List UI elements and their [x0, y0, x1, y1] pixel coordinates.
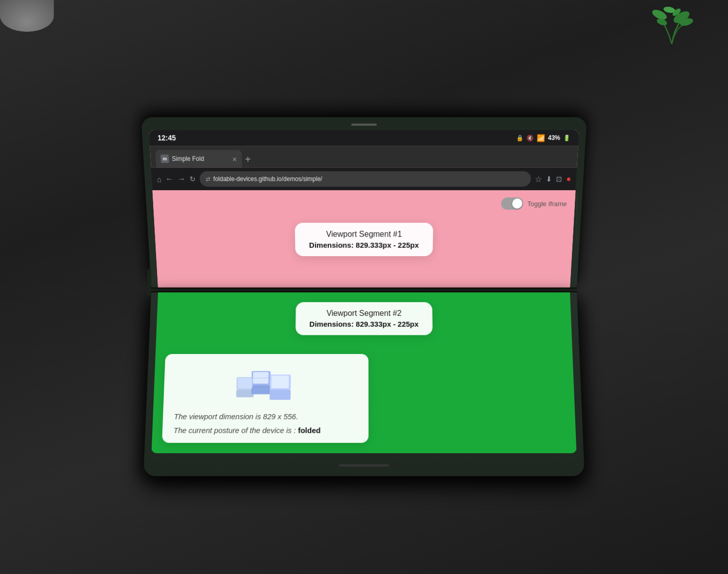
- table-object-left: [0, 0, 54, 32]
- toggle-iframe-label: Toggle Iframe: [527, 199, 567, 207]
- refresh-button[interactable]: ↻: [189, 175, 196, 183]
- download-button[interactable]: ⬇: [546, 175, 552, 183]
- tab-favicon: m: [160, 155, 169, 163]
- battery-icon: 🔋: [563, 134, 570, 141]
- segment2-dims: Dimensions: 829.333px - 225px: [309, 320, 418, 328]
- status-icons: 🔒 🔇 📶 43% 🔋: [516, 133, 570, 141]
- lock-icon: 🔒: [516, 134, 523, 141]
- plant-decoration: [640, 0, 704, 46]
- security-icon: ⇄: [205, 176, 210, 182]
- laptop-illustration: [175, 362, 358, 405]
- battery-text: 43%: [548, 134, 561, 141]
- url-text: foldable-devices.github.io/demos/simple/: [213, 175, 322, 182]
- svg-rect-7: [236, 390, 254, 397]
- drag-handle: [351, 123, 377, 125]
- svg-rect-14: [271, 375, 289, 388]
- segment1-dims: Dimensions: 829.333px - 225px: [309, 241, 419, 249]
- device-info-card: The viewport dimension is 829 x 556. The…: [162, 354, 368, 443]
- lower-screen: Viewport Segment #2 Dimensions: 829.333p…: [152, 292, 577, 453]
- segment1-card: Viewport Segment #1 Dimensions: 829.333p…: [295, 222, 433, 256]
- status-time: 12:45: [158, 133, 176, 142]
- posture-text: The current posture of the device is : f…: [173, 426, 357, 435]
- device-lower-half: Viewport Segment #2 Dimensions: 829.333p…: [143, 292, 585, 476]
- chrome-tab-active[interactable]: m Simple Fold ×: [155, 150, 242, 167]
- toggle-switch[interactable]: [501, 197, 523, 209]
- tab-close-btn[interactable]: ×: [232, 154, 237, 163]
- url-field[interactable]: ⇄ foldable-devices.github.io/demos/simpl…: [199, 171, 531, 187]
- status-bar: 12:45 🔒 🔇 📶 43% 🔋: [149, 130, 579, 145]
- chrome-tab-bar: m Simple Fold × +: [150, 146, 578, 168]
- toggle-knob: [512, 198, 523, 208]
- tab-title: Simple Fold: [172, 155, 229, 162]
- new-tab-button[interactable]: +: [245, 154, 251, 168]
- home-button[interactable]: ⌂: [157, 175, 161, 183]
- device-left-bumper: [147, 269, 151, 296]
- viewport-dimension-text: The viewport dimension is 829 x 556.: [174, 412, 357, 420]
- segment2-card: Viewport Segment #2 Dimensions: 829.333p…: [296, 302, 432, 334]
- device-home-bar: [339, 464, 389, 466]
- forward-button[interactable]: →: [177, 174, 185, 183]
- posture-label: The current posture of the device is :: [173, 426, 296, 435]
- posture-value: folded: [298, 426, 320, 435]
- record-button[interactable]: ●: [566, 174, 571, 183]
- device-right-edge: [576, 193, 578, 242]
- chrome-address-bar: ⌂ ← → ↻ ⇄ foldable-devices.github.io/dem…: [151, 167, 577, 190]
- device-upper-half: 12:45 🔒 🔇 📶 43% 🔋 m Simple Fold ×: [141, 117, 587, 287]
- segment2-title: Viewport Segment #2: [310, 309, 419, 317]
- star-button[interactable]: ☆: [535, 174, 542, 184]
- upper-content-area: Toggle Iframe Viewport Segment #1 Dimens…: [153, 190, 576, 287]
- segment1-title: Viewport Segment #1: [309, 230, 419, 239]
- svg-rect-9: [251, 385, 270, 394]
- device-hinge: [151, 287, 577, 292]
- mute-icon: 🔇: [526, 134, 534, 141]
- svg-rect-13: [253, 372, 269, 383]
- lower-content-area: Viewport Segment #2 Dimensions: 829.333p…: [152, 292, 577, 453]
- svg-rect-11: [270, 390, 291, 400]
- foldable-device: 12:45 🔒 🔇 📶 43% 🔋 m Simple Fold ×: [151, 124, 577, 470]
- upper-screen: 12:45 🔒 🔇 📶 43% 🔋 m Simple Fold ×: [149, 130, 579, 287]
- svg-rect-12: [238, 378, 252, 388]
- toggle-iframe-control: Toggle Iframe: [501, 197, 567, 209]
- menu-button[interactable]: ⊡: [556, 175, 562, 183]
- wifi-icon: 📶: [537, 133, 545, 141]
- back-button[interactable]: ←: [165, 174, 174, 183]
